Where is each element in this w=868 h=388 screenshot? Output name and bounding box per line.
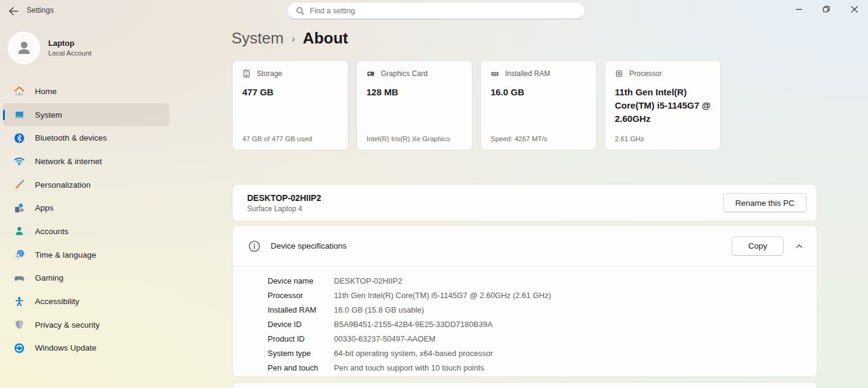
pc-name-card: DESKTOP-02HIIP2 Surface Laptop 4 Rename … [232,184,817,221]
network-wifi-icon [14,156,25,167]
processor-card: Processor 11th Gen Intel(R) Core(TM) i5-… [605,60,721,150]
app-title: Settings [27,6,54,14]
user-profile[interactable]: Laptop Local Account [7,30,188,65]
close-icon [851,6,858,13]
overview-cards: Storage 477 GB 47 GB of 477 GB used Grap… [232,60,721,150]
apps-icon [14,203,25,214]
accounts-icon [14,226,25,237]
breadcrumb-system-link[interactable]: System [231,29,284,48]
next-section-card-partial [232,382,817,388]
spec-value: DESKTOP-02HIIP2 [334,274,402,288]
spec-label: Installed RAM [268,303,334,317]
spec-label: Pen and touch [268,361,334,375]
collapse-expander-button[interactable] [790,237,809,256]
spec-value: 00330-63237-50497-AAOEM [334,332,435,346]
gaming-gamepad-icon [14,273,25,284]
card-title: Graphics Card [381,69,427,78]
bluetooth-icon [14,133,25,144]
minimize-icon [796,6,802,13]
card-title: Installed RAM [505,69,550,78]
spec-label: Device ID [268,317,334,332]
time-language-icon [14,249,25,260]
spec-value: 64-bit operating system, x64-based proce… [334,346,493,361]
spec-row-product-id: Product ID 00330-63237-50497-AAOEM [268,332,817,346]
chevron-right-icon: › [292,33,295,45]
selected-accent-bar [3,110,5,120]
breadcrumb: System › About [231,29,348,48]
personalization-brush-icon [14,179,25,190]
spec-row-pen-and-touch: Pen and touch Pen and touch support with… [268,361,817,375]
accessibility-icon [14,296,25,307]
sidebar-item-bluetooth-devices[interactable]: Bluetooth & devices [3,126,169,150]
back-button[interactable] [5,4,22,18]
spec-row-device-id: Device ID B5A9B451-2155-42B4-9E25-33DD71… [268,317,817,332]
minimize-button[interactable] [785,0,813,18]
graphics-card-card: Graphics Card 128 MB Intel(R) Iris(R) Xe… [356,60,473,150]
avatar [7,31,40,65]
system-icon [14,109,25,120]
processor-icon [615,69,623,78]
spec-label: Product ID [268,332,334,346]
spec-row-installed-ram: Installed RAM 16.0 GB (15.8 GB usable) [268,303,817,317]
restore-button[interactable] [813,0,840,18]
sidebar-item-label: System [35,110,62,119]
spec-label: Device name [268,274,334,288]
sidebar-item-label: Apps [35,203,54,212]
spec-row-processor: Processor 11th Gen Intel(R) Core(TM) i5-… [268,288,817,303]
privacy-shield-icon [14,319,25,330]
sidebar-item-network-internet[interactable]: Network & internet [3,150,169,173]
sidebar-item-accounts[interactable]: Accounts [3,220,169,243]
spec-label: System type [268,346,334,361]
sidebar-item-label: Network & internet [35,157,102,166]
sidebar-nav: Home System Bluetooth & devices Network … [3,80,169,360]
info-icon [248,240,260,252]
window-controls [785,0,868,18]
sidebar-item-label: Accounts [35,227,69,236]
sidebar-item-label: Time & language [35,250,96,259]
spec-value: 16.0 GB (15.8 GB usable) [334,303,424,317]
close-button[interactable] [840,0,868,18]
sidebar-item-label: Privacy & security [35,320,99,329]
device-specifications-header[interactable]: Device specifications Copy [233,226,817,267]
sidebar-item-label: Windows Update [35,343,96,352]
spec-value: B5A9B451-2155-42B4-9E25-33DD7180B39A [334,317,492,332]
spec-value: Pen and touch support with 10 touch poin… [334,361,484,375]
copy-button[interactable]: Copy [732,237,784,256]
sidebar-item-home[interactable]: Home [3,80,169,103]
search-icon [296,7,304,15]
sidebar-item-personalization[interactable]: Personalization [3,173,169,197]
card-caption: 47 GB of 477 GB used [242,135,342,142]
sidebar-item-windows-update[interactable]: Windows Update [3,337,169,360]
windows-update-icon [14,343,25,354]
sidebar-item-gaming[interactable]: Gaming [3,267,169,290]
sidebar-item-apps[interactable]: Apps [3,196,169,220]
spec-value: 11th Gen Intel(R) Core(TM) i5-1145G7 @ 2… [334,288,551,303]
sidebar-item-label: Accessibility [35,297,80,306]
sidebar-item-label: Gaming [35,273,63,282]
device-specifications-title: Device specifications [271,241,347,250]
home-icon [14,86,25,97]
card-value: 128 MB [366,86,462,99]
storage-card: Storage 477 GB 47 GB of 477 GB used [232,60,348,150]
sidebar-item-system[interactable]: System [3,103,169,127]
sidebar-item-label: Home [35,87,57,96]
user-account-type: Local Account [48,49,92,57]
sidebar-item-label: Personalization [35,180,90,189]
rename-pc-button[interactable]: Rename this PC [723,193,807,212]
user-name: Laptop [48,39,92,48]
search-box[interactable] [287,2,585,19]
person-icon [15,39,33,57]
card-title: Storage [257,69,282,78]
search-input[interactable] [310,7,576,15]
spec-row-system-type: System type 64-bit operating system, x64… [268,346,817,361]
card-value: 16.0 GB [491,86,587,99]
card-caption: Speed: 4267 MT/s [491,135,590,142]
sidebar-item-privacy-security[interactable]: Privacy & security [3,313,169,337]
card-caption: Intel(R) Iris(R) Xe Graphics [366,135,466,142]
sidebar-item-accessibility[interactable]: Accessibility [3,290,169,313]
graphics-card-icon [366,69,375,78]
sidebar-item-time-language[interactable]: Time & language [3,243,169,267]
storage-icon [242,69,251,78]
card-value: 11th Gen Intel(R) Core(TM) i5-1145G7 @ 2… [615,86,711,125]
chevron-up-icon [795,242,804,250]
